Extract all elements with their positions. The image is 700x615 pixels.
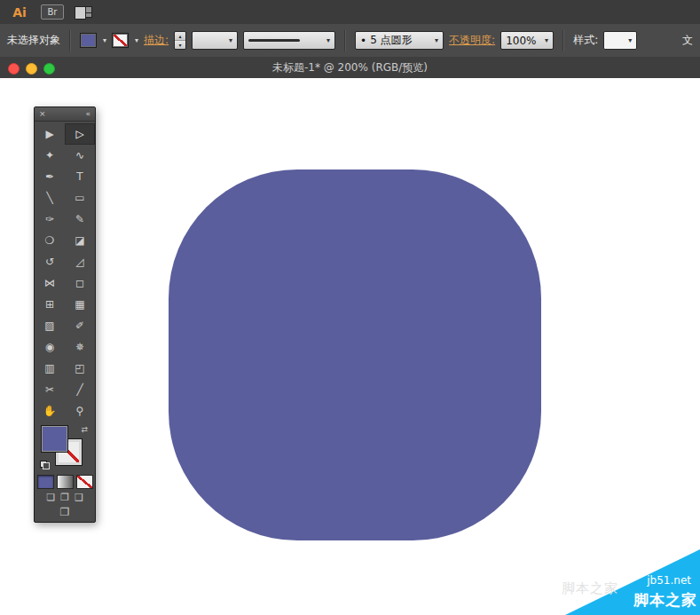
perspective-grid-tool[interactable]: ⊞ — [35, 294, 65, 315]
draw-inside-icon[interactable]: ❑ — [75, 492, 83, 504]
zoom-tool[interactable]: ⚲ — [65, 400, 95, 422]
eraser-tool[interactable]: ◪ — [65, 230, 95, 251]
chevron-down-icon[interactable]: ▾ — [545, 36, 548, 44]
tools-panel: × « ▶ ▷ ✦ ∿ ✒ T ╲ ▭ ✑ ✎ ❍ ◪ ↺ ◿ ⋈ ◻ ⊞ ▦ … — [34, 106, 96, 523]
draw-normal-icon[interactable]: ❏ — [46, 492, 55, 504]
default-stroke-mini — [43, 462, 50, 469]
chevron-down-icon[interactable]: ▾ — [435, 36, 438, 44]
hand-tool[interactable]: ✋ — [35, 400, 65, 422]
fill-color-swatch[interactable] — [80, 33, 97, 48]
rotate-tool[interactable]: ↺ — [35, 251, 65, 272]
opacity-value: 100% — [506, 35, 536, 47]
panel-collapse-icon[interactable]: « — [85, 107, 90, 121]
tools-panel-header[interactable]: × « — [35, 107, 95, 122]
stroke-color-swatch[interactable] — [112, 33, 129, 48]
gradient-tool[interactable]: ▨ — [35, 315, 65, 336]
panel-close-icon[interactable]: × — [39, 107, 46, 121]
slice-tool[interactable]: ✂ — [35, 379, 65, 400]
column-graph-tool[interactable]: ▥ — [35, 358, 65, 379]
watermark-site-name: 脚本之家 — [633, 590, 697, 611]
variable-width-profile-field[interactable]: ▾ — [243, 31, 335, 50]
fill-indicator[interactable] — [41, 425, 68, 453]
workspace-layout-icon[interactable] — [75, 6, 92, 18]
bridge-button[interactable]: Br — [41, 4, 64, 20]
symbol-sprayer-tool[interactable]: ✵ — [65, 336, 95, 358]
application-bar: Ai Br — [0, 0, 700, 25]
lasso-tool[interactable]: ∿ — [65, 145, 95, 166]
artboard-canvas[interactable]: 脚本之家 jb51.net 脚本之家 — [0, 78, 700, 615]
drawing-mode-buttons: ❏ ❐ ❑ — [35, 492, 95, 504]
magic-wand-tool[interactable]: ✦ — [35, 145, 65, 166]
stroke-panel-link[interactable]: 描边: — [144, 33, 169, 48]
stroke-weight-field[interactable]: ▾ — [192, 31, 238, 50]
opacity-panel-link[interactable]: 不透明度: — [449, 33, 495, 48]
direct-selection-tool[interactable]: ▷ — [65, 123, 95, 145]
swap-fill-stroke-icon[interactable]: ⇄ — [81, 425, 88, 434]
blob-brush-tool[interactable]: ❍ — [35, 230, 65, 251]
watermark-ghost-text: 脚本之家 — [562, 580, 618, 597]
line-segment-tool[interactable]: ╲ — [35, 187, 65, 209]
rectangle-tool[interactable]: ▭ — [65, 187, 95, 209]
document-titlebar: 未标题-1* @ 200% (RGB/预览) — [0, 57, 700, 79]
tool-grid: ▶ ▷ ✦ ∿ ✒ T ╲ ▭ ✑ ✎ ❍ ◪ ↺ ◿ ⋈ ◻ ⊞ ▦ ▨ ✐ … — [35, 122, 95, 422]
fill-dropdown-icon[interactable]: ▾ — [103, 36, 106, 44]
brush-bullet-icon: • — [360, 35, 366, 47]
artboard-tool[interactable]: ◰ — [65, 358, 95, 379]
blend-tool[interactable]: ◉ — [35, 336, 65, 358]
screen-mode-icon[interactable]: ❐ — [60, 506, 70, 518]
paint-none-button[interactable] — [76, 475, 93, 489]
paint-gradient-button[interactable] — [57, 475, 74, 489]
fill-stroke-indicator: ⇄ — [40, 425, 90, 471]
default-fill-stroke-icon[interactable] — [40, 461, 50, 469]
pencil-tool[interactable]: ✎ — [65, 209, 95, 230]
style-label: 样式: — [573, 33, 598, 48]
separator — [562, 30, 564, 51]
paintbrush-tool[interactable]: ✑ — [35, 209, 65, 230]
brush-definition-field[interactable]: • 5 点圆形 ▾ — [355, 31, 444, 50]
pen-tool[interactable]: ✒ — [35, 166, 65, 187]
document-setup-button-partial[interactable]: 文 — [682, 33, 693, 48]
free-transform-tool[interactable]: ◻ — [65, 272, 95, 294]
paint-style-buttons — [35, 475, 95, 489]
eyedropper-tool[interactable]: ✐ — [65, 315, 95, 336]
step-up-icon[interactable]: ▴ — [175, 32, 185, 41]
chevron-down-icon[interactable]: ▾ — [229, 36, 232, 44]
screen-mode-row: ❐ — [35, 506, 95, 518]
opacity-field[interactable]: 100% ▾ — [500, 31, 554, 50]
paint-color-button[interactable] — [37, 475, 54, 489]
width-profile-preview — [248, 39, 300, 42]
type-tool[interactable]: T — [65, 166, 95, 187]
brush-name: 5 点圆形 — [370, 33, 412, 48]
document-title: 未标题-1* @ 200% (RGB/预览) — [0, 57, 700, 78]
workspace-pane-small-bottom — [85, 12, 92, 18]
stroke-weight-stepper[interactable]: ▴ ▾ — [174, 31, 186, 50]
separator — [69, 30, 71, 51]
illustrator-logo: Ai — [9, 4, 30, 21]
control-bar: 未选择对象 ▾ ▾ 描边: ▴ ▾ ▾ ▾ • 5 点圆形 ▾ 不透明度: 10… — [0, 24, 700, 58]
mesh-tool[interactable]: ▦ — [65, 294, 95, 315]
selection-status-label: 未选择对象 — [7, 33, 60, 48]
draw-behind-icon[interactable]: ❐ — [60, 492, 69, 504]
watermark-site-url: jb51.net — [647, 574, 691, 587]
chevron-down-icon[interactable]: ▾ — [326, 36, 330, 44]
rounded-square-shape[interactable] — [169, 170, 541, 540]
selection-tool[interactable]: ▶ — [35, 123, 65, 145]
width-tool[interactable]: ⋈ — [35, 272, 65, 294]
separator — [344, 30, 346, 51]
knife-tool[interactable]: ╱ — [65, 379, 95, 400]
scale-tool[interactable]: ◿ — [65, 251, 95, 272]
stroke-dropdown-icon[interactable]: ▾ — [135, 36, 138, 44]
style-swatch-field[interactable]: ▾ — [603, 31, 637, 50]
chevron-down-icon[interactable]: ▾ — [628, 36, 632, 44]
step-down-icon[interactable]: ▾ — [175, 41, 185, 49]
